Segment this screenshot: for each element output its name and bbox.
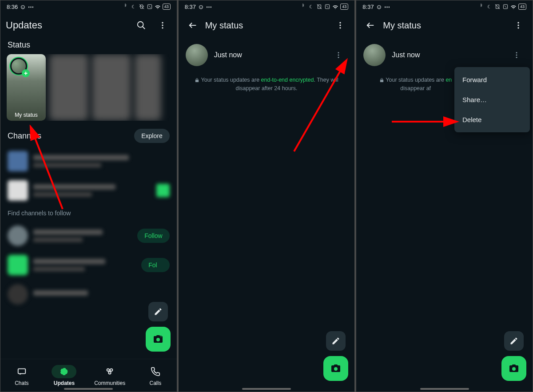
nav-communities[interactable]: Communities [94, 365, 125, 386]
svg-point-4 [162, 24, 163, 26]
my-status-card[interactable]: + My status [7, 54, 46, 121]
my-status-label: My status [7, 112, 46, 118]
camera-fab[interactable] [501, 356, 526, 381]
nav-chats[interactable]: Chats [9, 365, 34, 386]
nav-label: Calls [149, 380, 161, 386]
svg-point-21 [338, 52, 339, 53]
phone-screenshot-3: 8:37 ⊙ ⋯ ☾ 43 My status Just now [356, 0, 533, 392]
battery-indicator: 43 [340, 4, 348, 10]
no-sim-icon [502, 4, 509, 10]
status-entry-row[interactable]: Just now [179, 38, 355, 72]
dnd-moon-icon: ☾ [131, 4, 137, 10]
bluetooth-icon [300, 4, 306, 10]
wifi-icon [510, 4, 517, 10]
text-status-fab[interactable] [326, 331, 346, 351]
svg-point-13 [108, 372, 111, 374]
page-title: My status [383, 20, 506, 31]
svg-point-1 [137, 22, 143, 28]
channel-avatar [8, 284, 28, 305]
wifi-icon [332, 4, 338, 10]
wifi-icon [155, 4, 161, 10]
lock-icon [195, 77, 201, 83]
record-dot-icon: ⊙ [20, 4, 25, 10]
svg-point-19 [340, 24, 341, 26]
clock-text: 8:37 [185, 4, 196, 10]
suggested-channel-row[interactable]: Follow [0, 221, 177, 250]
svg-point-23 [338, 57, 339, 58]
vibrate-icon [494, 4, 501, 10]
android-status-bar: 8:36 ⊙ ⋯ ☾ 43 [0, 0, 177, 13]
status-thumbnail [363, 44, 386, 66]
context-menu: Forward Share… Delete [454, 67, 530, 132]
svg-point-31 [516, 52, 517, 53]
menu-item-share[interactable]: Share… [454, 90, 530, 110]
camera-fab[interactable]: + [146, 327, 171, 352]
back-arrow-icon[interactable] [362, 16, 379, 34]
more-notifications-icon: ⋯ [206, 4, 212, 10]
home-indicator [420, 388, 469, 390]
phone-screenshot-2: 8:37 ⊙ ⋯ ☾ 43 My status Just now [179, 0, 355, 392]
contact-status-card[interactable] [92, 54, 131, 121]
bluetooth-icon [123, 4, 129, 10]
encryption-link[interactable]: en [445, 77, 452, 83]
my-status-header: My status [179, 13, 355, 38]
back-arrow-icon[interactable] [184, 16, 202, 34]
camera-fab[interactable] [323, 356, 348, 381]
no-sim-icon [147, 4, 153, 10]
clock-text: 8:36 [7, 4, 18, 10]
bottom-navigation: Chats Updates Communities Calls [0, 359, 177, 392]
channel-avatar [8, 180, 28, 201]
svg-point-20 [340, 27, 341, 28]
channel-avatar [8, 255, 28, 275]
nav-label: Updates [54, 380, 75, 386]
svg-rect-8 [18, 368, 26, 373]
status-time-label: Just now [214, 51, 324, 59]
status-carousel[interactable]: + My status [0, 54, 177, 121]
record-dot-icon: ⊙ [377, 4, 382, 10]
nav-calls[interactable]: Calls [143, 365, 168, 386]
menu-item-forward[interactable]: Forward [454, 70, 530, 90]
svg-point-22 [338, 55, 339, 56]
vibrate-icon [139, 4, 145, 10]
menu-item-delete[interactable]: Delete [454, 110, 530, 130]
encryption-link[interactable]: end-to-end encrypted [261, 77, 314, 83]
overflow-menu-icon[interactable] [509, 16, 527, 34]
status-time-label: Just now [392, 51, 501, 59]
find-channels-label: Find channels to follow [0, 205, 177, 221]
battery-indicator: 43 [518, 4, 526, 10]
status-section-heading: Status [0, 38, 177, 54]
channel-row[interactable] [0, 147, 177, 176]
status-item-menu-icon[interactable] [508, 46, 525, 64]
overflow-menu-icon[interactable] [331, 16, 349, 34]
contact-status-card[interactable] [135, 54, 161, 121]
channel-row[interactable] [0, 176, 177, 205]
follow-button[interactable]: Fol [141, 258, 169, 272]
battery-indicator: 43 [163, 4, 171, 10]
status-item-menu-icon[interactable] [330, 46, 347, 64]
search-icon[interactable] [132, 16, 150, 34]
follow-button[interactable]: Follow [137, 229, 169, 243]
encryption-note: Your status updates are end-to-end encry… [179, 72, 355, 96]
home-indicator [64, 388, 113, 390]
svg-point-5 [162, 27, 163, 28]
suggested-channel-row[interactable]: Fol [0, 250, 177, 280]
home-indicator [242, 388, 291, 390]
svg-point-3 [162, 22, 163, 24]
svg-line-2 [142, 27, 145, 29]
nav-updates[interactable]: Updates [52, 365, 76, 386]
dnd-moon-icon: ☾ [308, 4, 314, 10]
svg-point-11 [107, 368, 110, 371]
contact-status-card[interactable] [49, 54, 88, 121]
explore-button[interactable]: Explore [134, 129, 169, 143]
svg-point-32 [516, 55, 517, 56]
no-sim-icon [324, 4, 330, 10]
bluetooth-icon [478, 4, 485, 10]
nav-label: Chats [15, 380, 28, 386]
text-status-fab[interactable] [504, 331, 524, 351]
svg-point-12 [110, 368, 113, 371]
text-status-fab[interactable] [148, 302, 168, 321]
vibrate-icon [316, 4, 322, 10]
svg-point-10 [63, 370, 66, 373]
channel-avatar [8, 151, 28, 171]
overflow-menu-icon[interactable] [154, 16, 171, 34]
